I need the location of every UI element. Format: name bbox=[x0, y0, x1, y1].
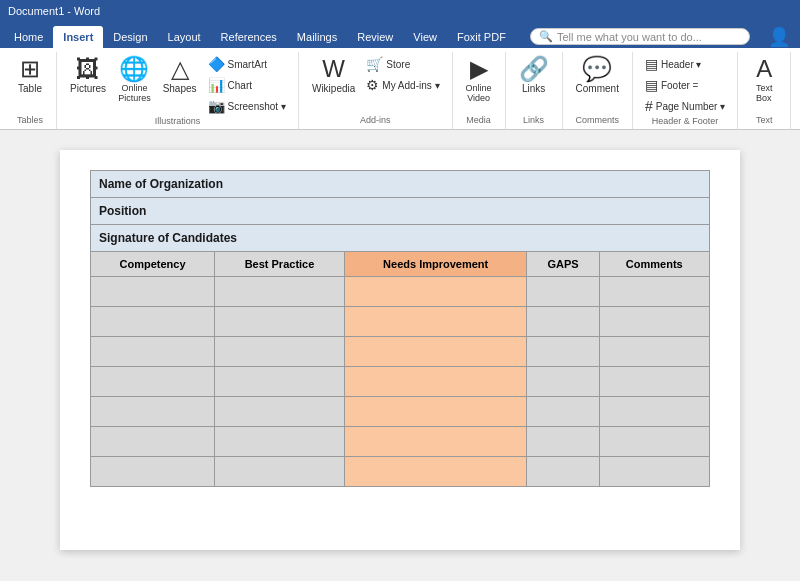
store-button[interactable]: 🛒 Store bbox=[362, 54, 443, 74]
data-cell bbox=[91, 397, 215, 427]
table-row: Name of Organization bbox=[91, 171, 710, 198]
data-cell bbox=[215, 367, 345, 397]
pictures-icon: 🖼 bbox=[76, 57, 100, 81]
data-cell bbox=[91, 337, 215, 367]
user-icon[interactable]: 👤 bbox=[758, 26, 800, 48]
header-icon: ▤ bbox=[645, 56, 658, 72]
data-cell-orange bbox=[344, 307, 527, 337]
smartart-icon: 🔷 bbox=[208, 56, 225, 72]
tab-view[interactable]: View bbox=[403, 26, 447, 48]
data-cell-orange bbox=[344, 367, 527, 397]
data-cell-orange bbox=[344, 337, 527, 367]
needs-improvement-header: Needs Improvement bbox=[344, 252, 527, 277]
data-cell bbox=[91, 457, 215, 487]
tell-me-bar[interactable]: 🔍 Tell me what you want to do... bbox=[530, 28, 750, 45]
store-icon: 🛒 bbox=[366, 56, 383, 72]
links-label: Links bbox=[523, 115, 544, 127]
tell-me-placeholder: Tell me what you want to do... bbox=[557, 31, 702, 43]
shapes-button[interactable]: △ Shapes bbox=[158, 54, 202, 97]
org-name-cell: Name of Organization bbox=[91, 171, 710, 198]
ribbon-group-text: A TextBox Text bbox=[738, 52, 791, 129]
document-area: Name of Organization Position Signature … bbox=[0, 130, 800, 559]
wikipedia-button[interactable]: W Wikipedia bbox=[307, 54, 360, 97]
data-cell bbox=[215, 457, 345, 487]
ribbon-tabs: Home Insert Design Layout References Mai… bbox=[0, 22, 800, 48]
screenshot-icon: 📷 bbox=[208, 98, 225, 114]
document-page: Name of Organization Position Signature … bbox=[60, 150, 740, 550]
shapes-icon: △ bbox=[171, 57, 189, 81]
pictures-button[interactable]: 🖼 Pictures bbox=[65, 54, 111, 97]
data-cell bbox=[215, 277, 345, 307]
data-cell bbox=[215, 427, 345, 457]
data-cell bbox=[91, 427, 215, 457]
signature-label: Signature of Candidates bbox=[99, 231, 237, 245]
table-row: Signature of Candidates bbox=[91, 225, 710, 252]
tab-layout[interactable]: Layout bbox=[158, 26, 211, 48]
links-icon: 🔗 bbox=[519, 57, 549, 81]
addins-icon: ⚙ bbox=[366, 77, 379, 93]
addins-label: Add-ins bbox=[360, 115, 391, 127]
screenshot-button[interactable]: 📷 Screenshot ▾ bbox=[204, 96, 290, 116]
table-row bbox=[91, 337, 710, 367]
data-cell bbox=[599, 277, 709, 307]
data-cell bbox=[91, 307, 215, 337]
data-cell bbox=[527, 277, 599, 307]
data-cell bbox=[599, 457, 709, 487]
column-header-row: Competency Best Practice Needs Improveme… bbox=[91, 252, 710, 277]
online-pictures-button[interactable]: 🌐 OnlinePictures bbox=[113, 54, 156, 106]
tab-review[interactable]: Review bbox=[347, 26, 403, 48]
signature-cell: Signature of Candidates bbox=[91, 225, 710, 252]
ribbon-group-header-footer: ▤ Header ▾ ▤ Footer = # Page Number ▾ He… bbox=[633, 52, 738, 129]
comment-button[interactable]: 💬 Comment bbox=[571, 54, 624, 97]
table-row bbox=[91, 367, 710, 397]
ribbon-group-addins: W Wikipedia 🛒 Store ⚙ My Add-ins ▾ Add-i… bbox=[299, 52, 453, 129]
table-row bbox=[91, 397, 710, 427]
competency-header: Competency bbox=[91, 252, 215, 277]
page-number-button[interactable]: # Page Number ▾ bbox=[641, 96, 729, 116]
wikipedia-icon: W bbox=[322, 57, 345, 81]
tab-insert[interactable]: Insert bbox=[53, 26, 103, 48]
text-box-button[interactable]: A TextBox bbox=[746, 54, 782, 106]
comments-label: Comments bbox=[575, 115, 619, 127]
illustrations-label: Illustrations bbox=[155, 116, 201, 128]
data-cell bbox=[527, 457, 599, 487]
tab-home[interactable]: Home bbox=[4, 26, 53, 48]
data-cell bbox=[527, 427, 599, 457]
chart-icon: 📊 bbox=[208, 77, 225, 93]
ribbon-group-illustrations: 🖼 Pictures 🌐 OnlinePictures △ Shapes 🔷 S… bbox=[57, 52, 299, 129]
data-cell bbox=[599, 307, 709, 337]
table-button[interactable]: ⊞ Table bbox=[12, 54, 48, 97]
links-button[interactable]: 🔗 Links bbox=[514, 54, 554, 97]
ribbon-group-media: ▶ OnlineVideo Media bbox=[453, 52, 506, 129]
my-addins-button[interactable]: ⚙ My Add-ins ▾ bbox=[362, 75, 443, 95]
data-cell bbox=[527, 337, 599, 367]
data-cell bbox=[527, 307, 599, 337]
data-cell bbox=[91, 277, 215, 307]
table-row bbox=[91, 277, 710, 307]
chart-button[interactable]: 📊 Chart bbox=[204, 75, 290, 95]
header-button[interactable]: ▤ Header ▾ bbox=[641, 54, 729, 74]
footer-button[interactable]: ▤ Footer = bbox=[641, 75, 729, 95]
data-cell bbox=[215, 397, 345, 427]
comment-icon: 💬 bbox=[582, 57, 612, 81]
ribbon-group-symbols: π Equation Ω Symbol ▾ Symbols bbox=[791, 52, 800, 129]
data-cell bbox=[599, 337, 709, 367]
online-video-button[interactable]: ▶ OnlineVideo bbox=[461, 54, 497, 106]
org-name-label: Name of Organization bbox=[99, 177, 223, 191]
comments-header: Comments bbox=[599, 252, 709, 277]
media-label: Media bbox=[466, 115, 491, 127]
table-row bbox=[91, 307, 710, 337]
evaluation-table: Name of Organization Position Signature … bbox=[90, 170, 710, 487]
best-practice-header: Best Practice bbox=[215, 252, 345, 277]
tables-label: Tables bbox=[17, 115, 43, 127]
tab-foxit[interactable]: Foxit PDF bbox=[447, 26, 516, 48]
text-box-icon: A bbox=[756, 57, 772, 81]
smartart-button[interactable]: 🔷 SmartArt bbox=[204, 54, 290, 74]
data-cell bbox=[599, 427, 709, 457]
data-cell bbox=[215, 307, 345, 337]
tab-design[interactable]: Design bbox=[103, 26, 157, 48]
data-cell bbox=[91, 367, 215, 397]
footer-icon: ▤ bbox=[645, 77, 658, 93]
tab-references[interactable]: References bbox=[211, 26, 287, 48]
tab-mailings[interactable]: Mailings bbox=[287, 26, 347, 48]
